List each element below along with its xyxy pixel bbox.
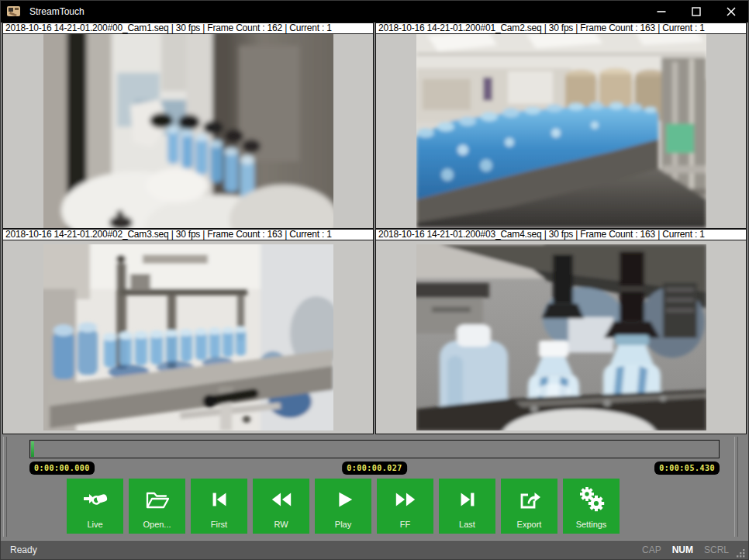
- button-label: Open...: [143, 520, 171, 530]
- window-title: StreamTouch: [29, 6, 85, 17]
- maximize-icon: [692, 7, 701, 16]
- button-label: RW: [274, 520, 288, 530]
- maximize-button[interactable]: [678, 1, 713, 22]
- camera-video-surface-cam1[interactable]: [3, 34, 373, 228]
- keyboard-indicators: CAP NUM SCRL: [642, 544, 729, 555]
- settings-gears-icon: [563, 479, 620, 520]
- timestamp-start: 0:00:00.000: [29, 461, 95, 475]
- play-icon: [315, 479, 371, 520]
- toolbar-gripper-left: [3, 437, 7, 537]
- button-label: Live: [87, 520, 102, 530]
- last-button[interactable]: Last: [439, 479, 495, 534]
- button-label: Play: [335, 520, 351, 530]
- statusbar: Ready CAP NUM SCRL: [1, 540, 748, 559]
- export-button[interactable]: Export: [501, 479, 557, 534]
- minimize-button[interactable]: [644, 1, 678, 22]
- app-icon: [7, 6, 20, 17]
- num-lock-indicator: NUM: [672, 544, 693, 555]
- scroll-lock-indicator: SCRL: [704, 544, 729, 555]
- camera-video-surface-cam2[interactable]: [376, 34, 746, 228]
- open-folder-icon: [129, 479, 185, 520]
- cam2-video-frame: [416, 34, 706, 228]
- camera-header-cam3: 2018-10-16 14-21-01.200#02_Cam3.seq | 30…: [3, 230, 373, 240]
- button-label: Export: [517, 520, 542, 530]
- camera-panel-cam2: 2018-10-16 14-21-01.200#01_Cam2.seq | 30…: [375, 22, 747, 229]
- camera-panel-cam4: 2018-10-16 14-21-01.200#03_Cam4.seq | 30…: [375, 229, 747, 434]
- cam4-video-frame: [416, 244, 706, 430]
- timeline-track[interactable]: [29, 440, 720, 458]
- toolbar-gripper-right: [734, 437, 738, 537]
- button-label: First: [211, 520, 227, 530]
- button-label: Settings: [576, 520, 607, 530]
- button-label: Last: [459, 520, 475, 530]
- timestamp-current: 0:00:00.027: [342, 461, 407, 475]
- playback-control-area: 0:00:00.000 0:00:00.027 0:00:05.430 Live: [1, 434, 748, 540]
- camera-grid: 2018-10-16 14-21-01.200#00_Cam1.seq | 30…: [1, 22, 748, 434]
- play-button[interactable]: Play: [315, 479, 371, 534]
- camera-header-cam1: 2018-10-16 14-21-01.200#00_Cam1.seq | 30…: [3, 23, 373, 34]
- open-button[interactable]: Open...: [129, 479, 185, 534]
- titlebar[interactable]: StreamTouch: [1, 1, 748, 22]
- cam1-video-frame: [43, 34, 333, 228]
- live-button[interactable]: Live: [67, 479, 123, 534]
- camera-video-surface-cam4[interactable]: [376, 240, 746, 434]
- camera-header-cam2: 2018-10-16 14-21-01.200#01_Cam2.seq | 30…: [376, 23, 746, 34]
- timeline-progress: [31, 441, 34, 457]
- camera-video-surface-cam3[interactable]: [3, 240, 373, 434]
- skip-first-icon: [191, 479, 247, 520]
- fast-forward-button[interactable]: FF: [377, 479, 433, 534]
- cam3-video-frame: [43, 244, 333, 430]
- rewind-button[interactable]: RW: [253, 479, 309, 534]
- minimize-icon: [657, 7, 666, 16]
- settings-button[interactable]: Settings: [563, 479, 620, 534]
- fast-forward-icon: [377, 479, 433, 520]
- toolbar: Live Open... First: [67, 479, 620, 534]
- rewind-icon: [253, 479, 309, 520]
- skip-last-icon: [439, 479, 495, 520]
- streamtouch-window: StreamTouch 2018-10-16 14-21-01.200#00_C…: [0, 0, 749, 560]
- live-camera-icon: [67, 479, 123, 520]
- camera-header-cam4: 2018-10-16 14-21-01.200#03_Cam4.seq | 30…: [376, 230, 746, 240]
- camera-panel-cam1: 2018-10-16 14-21-01.200#00_Cam1.seq | 30…: [2, 22, 374, 229]
- resize-grip[interactable]: [737, 549, 745, 558]
- button-label: FF: [400, 520, 410, 530]
- camera-panel-cam3: 2018-10-16 14-21-01.200#02_Cam3.seq | 30…: [2, 229, 374, 434]
- status-text: Ready: [10, 544, 37, 555]
- export-icon: [501, 479, 557, 520]
- close-button[interactable]: [713, 1, 748, 22]
- timestamp-end: 0:00:05.430: [654, 461, 720, 475]
- close-icon: [727, 7, 736, 16]
- caps-lock-indicator: CAP: [642, 544, 661, 555]
- first-button[interactable]: First: [191, 479, 247, 534]
